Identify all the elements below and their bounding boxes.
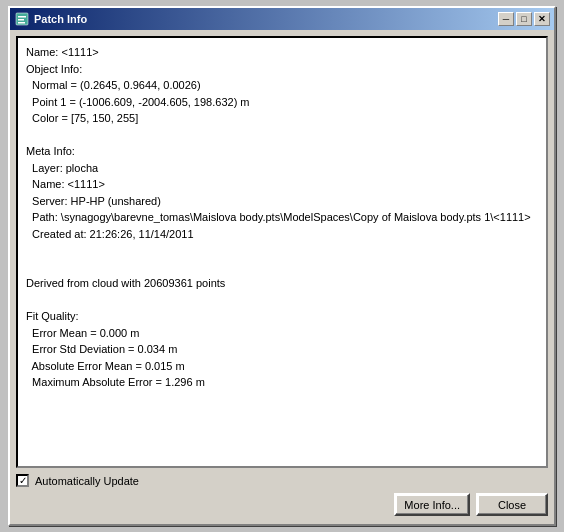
title-bar[interactable]: Patch Info ─ □ ✕ bbox=[10, 8, 554, 30]
window-title: Patch Info bbox=[34, 13, 498, 25]
svg-rect-2 bbox=[18, 19, 24, 21]
footer-area: ✓ Automatically Update More Info... Clos… bbox=[16, 474, 548, 518]
info-content: Name: <1111> Object Info: Normal = (0.26… bbox=[18, 38, 546, 466]
window-body: Name: <1111> Object Info: Normal = (0.26… bbox=[10, 30, 554, 524]
buttons-row: More Info... Close bbox=[16, 493, 548, 518]
close-button-footer[interactable]: Close bbox=[476, 493, 548, 516]
auto-update-checkbox[interactable]: ✓ bbox=[16, 474, 29, 487]
auto-update-label: Automatically Update bbox=[35, 475, 139, 487]
close-button[interactable]: ✕ bbox=[534, 12, 550, 26]
info-panel[interactable]: Name: <1111> Object Info: Normal = (0.26… bbox=[16, 36, 548, 468]
svg-rect-1 bbox=[18, 16, 26, 18]
auto-update-row: ✓ Automatically Update bbox=[16, 474, 548, 487]
title-bar-buttons: ─ □ ✕ bbox=[498, 12, 550, 26]
checkmark-icon: ✓ bbox=[19, 476, 27, 486]
more-info-button[interactable]: More Info... bbox=[394, 493, 470, 516]
svg-rect-3 bbox=[18, 22, 25, 24]
maximize-button[interactable]: □ bbox=[516, 12, 532, 26]
minimize-button[interactable]: ─ bbox=[498, 12, 514, 26]
window-icon bbox=[14, 11, 30, 27]
patch-info-window: Patch Info ─ □ ✕ Name: <1111> Object Inf… bbox=[8, 6, 556, 526]
